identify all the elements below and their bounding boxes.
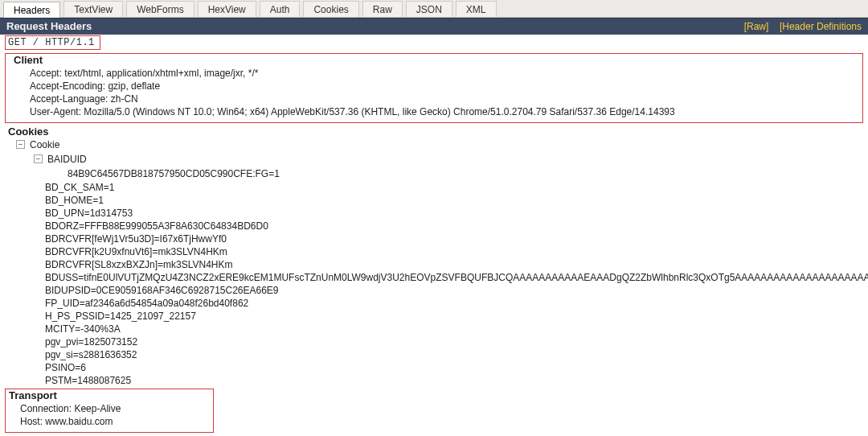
header-host: Host: www.baidu.com: [20, 415, 213, 428]
cookie-item: FP_UID=af2346a6d54854a09a048f26bd40f862: [5, 297, 868, 310]
collapse-icon[interactable]: −: [34, 154, 43, 163]
header-accept-language: Accept-Language: zh-CN: [30, 93, 862, 105]
tab-json[interactable]: JSON: [406, 1, 452, 17]
cookie-item: BDORZ=FFFB88E999055A3F8A630C64834BD6D0: [5, 220, 868, 232]
client-group-box: Client Accept: text/html, application/xh…: [5, 53, 863, 123]
group-transport-title: Transport: [6, 389, 213, 401]
cookie-tree-baiduid[interactable]: −BAIDUID: [5, 152, 868, 167]
header-accept-encoding: Accept-Encoding: gzip, deflate: [30, 80, 862, 93]
tab-strip: Headers TextView WebForms HexView Auth C…: [0, 0, 868, 18]
cookie-item: PSTM=1488087625: [5, 374, 868, 387]
tab-raw[interactable]: Raw: [362, 1, 403, 17]
tab-textview[interactable]: TextView: [63, 1, 123, 17]
collapse-icon[interactable]: −: [16, 140, 25, 149]
cookie-item: BDRCVFR[k2U9xfnuVt6]=mk3SLVN4HKm: [5, 245, 868, 258]
cookie-item: BDRCVFR[SL8xzxBXZJn]=mk3SLVN4HKm: [5, 258, 868, 271]
cookie-baiduid-value-row: 84B9C64567DB818757950CD05C990CFE:FG=1: [5, 167, 868, 181]
raw-link[interactable]: [Raw]: [744, 21, 769, 32]
cookie-item: pgv_pvi=1825073152: [5, 335, 868, 348]
cookie-item: BD_HOME=1: [5, 194, 868, 207]
tab-headers[interactable]: Headers: [3, 2, 60, 18]
header-accept: Accept: text/html, application/xhtml+xml…: [30, 67, 862, 80]
headers-content: GET / HTTP/1.1 Client Accept: text/html,…: [0, 35, 868, 436]
cookie-item: BDUSS=tifnE0UlVUTjZMQzU4Z3NCZ2xERE9kcEM1…: [5, 271, 868, 284]
cookie-baiduid-value: 84B9C64567DB818757950CD05C990CFE:FG=1: [68, 168, 280, 179]
request-line: GET / HTTP/1.1: [5, 35, 100, 50]
tab-webforms[interactable]: WebForms: [126, 1, 194, 17]
cookie-item: BDRCVFR[feWj1Vr5u3D]=I67x6TjHwwYf0: [5, 232, 868, 245]
group-client-title: Client: [6, 54, 862, 66]
group-cookies-title: Cookies: [5, 125, 868, 138]
header-definitions-link[interactable]: [Header Definitions: [780, 21, 862, 32]
tab-xml[interactable]: XML: [456, 1, 497, 17]
cookie-item: BD_CK_SAM=1: [5, 181, 868, 194]
group-cookies: Cookies −Cookie −BAIDUID 84B9C64567DB818…: [5, 125, 868, 387]
group-client-body: Accept: text/html, application/xhtml+xml…: [6, 66, 862, 120]
section-links: [Raw] [Header Definitions: [736, 20, 862, 32]
tab-cookies[interactable]: Cookies: [303, 1, 358, 17]
cookie-item: H_PS_PSSID=1425_21097_22157: [5, 310, 868, 323]
tab-auth[interactable]: Auth: [260, 1, 301, 17]
cookie-root-label: Cookie: [30, 139, 59, 150]
cookie-item: pgv_si=s2881636352: [5, 348, 868, 361]
section-header: Request Headers [Raw] [Header Definition…: [0, 18, 868, 35]
cookie-item: PSINO=6: [5, 361, 868, 374]
transport-group-box: Transport Connection: Keep-Alive Host: w…: [5, 389, 214, 433]
tab-hexview[interactable]: HexView: [198, 1, 256, 17]
cookie-item: MCITY=-340%3A: [5, 323, 868, 335]
group-transport-body: Connection: Keep-Alive Host: www.baidu.c…: [6, 401, 213, 430]
inspector-panel: Headers TextView WebForms HexView Auth C…: [0, 0, 868, 436]
cookie-item: BD_UPN=1d314753: [5, 207, 868, 220]
section-title: Request Headers: [6, 20, 92, 32]
header-connection: Connection: Keep-Alive: [20, 402, 213, 415]
request-line-row: GET / HTTP/1.1: [0, 35, 868, 51]
cookie-item: BIDUPSID=0CE9059168AF346C6928715C26EA66E…: [5, 284, 868, 297]
header-user-agent: User-Agent: Mozilla/5.0 (Windows NT 10.0…: [30, 105, 862, 118]
cookie-tree-root[interactable]: −Cookie: [5, 138, 868, 152]
cookie-baiduid-label: BAIDUID: [47, 154, 87, 165]
